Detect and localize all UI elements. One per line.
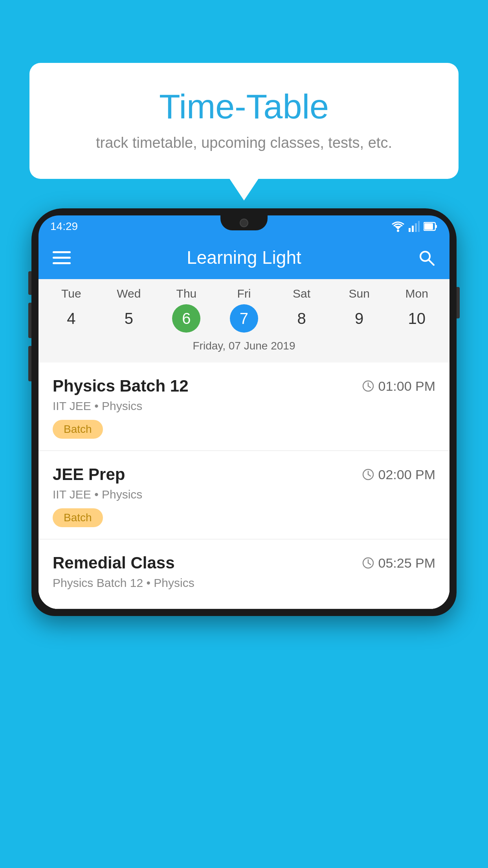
schedule-time-text-3: 05:25 PM bbox=[378, 555, 435, 571]
schedule-subtitle-3: Physics Batch 12 • Physics bbox=[53, 576, 435, 590]
schedule-time-1: 01:00 PM bbox=[362, 379, 435, 394]
date-9[interactable]: 9 bbox=[330, 304, 388, 333]
schedule-title-3: Remedial Class bbox=[53, 554, 175, 572]
phone-screen: Tue Wed Thu Fri Sat Sun Mon 4 5 6 7 8 9 … bbox=[39, 279, 449, 609]
day-tue: Tue bbox=[42, 287, 100, 300]
batch-badge-2: Batch bbox=[53, 508, 103, 527]
svg-line-19 bbox=[368, 563, 371, 565]
bubble-subtitle: track timetable, upcoming classes, tests… bbox=[49, 134, 439, 151]
date-4[interactable]: 4 bbox=[42, 304, 100, 333]
schedule-time-text-2: 02:00 PM bbox=[378, 467, 435, 482]
schedule-item-1[interactable]: Physics Batch 12 01:00 PM IIT JEE • Phys… bbox=[39, 362, 449, 451]
day-mon: Mon bbox=[388, 287, 446, 300]
app-bar: Learning Light bbox=[39, 236, 449, 279]
date-10[interactable]: 10 bbox=[388, 304, 446, 333]
status-bar: 14:29 bbox=[39, 215, 449, 236]
schedule-list: Physics Batch 12 01:00 PM IIT JEE • Phys… bbox=[39, 362, 449, 609]
schedule-item-2[interactable]: JEE Prep 02:00 PM IIT JEE • Physics Batc… bbox=[39, 451, 449, 539]
schedule-item-3[interactable]: Remedial Class 05:25 PM Physics Batch 12… bbox=[39, 539, 449, 609]
day-numbers: 4 5 6 7 8 9 10 bbox=[39, 304, 449, 337]
date-8[interactable]: 8 bbox=[273, 304, 330, 333]
svg-rect-7 bbox=[435, 225, 437, 228]
day-wed: Wed bbox=[100, 287, 158, 300]
batch-badge-1: Batch bbox=[53, 420, 103, 439]
svg-rect-3 bbox=[412, 226, 414, 232]
volume-up-button bbox=[28, 271, 31, 295]
date-7-selected[interactable]: 7 bbox=[230, 304, 258, 333]
day-thu: Thu bbox=[158, 287, 215, 300]
schedule-title-1: Physics Batch 12 bbox=[53, 377, 189, 395]
svg-line-13 bbox=[368, 386, 371, 388]
notch bbox=[220, 215, 268, 230]
front-camera bbox=[240, 219, 248, 227]
date-6-today[interactable]: 6 bbox=[172, 304, 200, 333]
day-headers: Tue Wed Thu Fri Sat Sun Mon bbox=[39, 287, 449, 304]
svg-line-10 bbox=[429, 260, 434, 265]
svg-marker-0 bbox=[394, 226, 402, 230]
status-time: 14:29 bbox=[50, 220, 78, 233]
hamburger-menu[interactable] bbox=[53, 251, 71, 264]
phone-mockup: 14:29 bbox=[31, 208, 457, 868]
schedule-time-text-1: 01:00 PM bbox=[378, 379, 435, 394]
clock-icon-1 bbox=[362, 380, 374, 392]
silent-button bbox=[28, 346, 31, 381]
power-button bbox=[457, 287, 460, 318]
signal-icon bbox=[409, 221, 420, 232]
wifi-icon bbox=[391, 221, 405, 232]
status-icons bbox=[391, 221, 438, 232]
svg-line-16 bbox=[368, 474, 371, 476]
search-icon[interactable] bbox=[417, 248, 435, 267]
day-sat: Sat bbox=[273, 287, 330, 300]
schedule-time-3: 05:25 PM bbox=[362, 555, 435, 571]
schedule-subtitle-2: IIT JEE • Physics bbox=[53, 488, 435, 501]
svg-rect-2 bbox=[409, 228, 411, 232]
clock-icon-3 bbox=[362, 557, 374, 569]
volume-down-button bbox=[28, 303, 31, 338]
speech-bubble: Time-Table track timetable, upcoming cla… bbox=[29, 63, 459, 179]
svg-rect-5 bbox=[418, 221, 420, 232]
svg-rect-8 bbox=[424, 223, 433, 230]
svg-point-1 bbox=[397, 230, 399, 232]
app-bar-title: Learning Light bbox=[187, 247, 301, 268]
day-sun: Sun bbox=[330, 287, 388, 300]
day-fri: Fri bbox=[215, 287, 273, 300]
svg-point-9 bbox=[420, 252, 430, 261]
schedule-title-2: JEE Prep bbox=[53, 465, 125, 484]
bubble-title: Time-Table bbox=[49, 86, 439, 127]
svg-rect-4 bbox=[415, 223, 417, 232]
battery-icon bbox=[424, 221, 438, 232]
schedule-time-2: 02:00 PM bbox=[362, 467, 435, 482]
clock-icon-2 bbox=[362, 469, 374, 480]
schedule-subtitle-1: IIT JEE • Physics bbox=[53, 399, 435, 413]
date-5[interactable]: 5 bbox=[100, 304, 158, 333]
selected-date-label: Friday, 07 June 2019 bbox=[39, 337, 449, 359]
calendar-strip: Tue Wed Thu Fri Sat Sun Mon 4 5 6 7 8 9 … bbox=[39, 279, 449, 362]
